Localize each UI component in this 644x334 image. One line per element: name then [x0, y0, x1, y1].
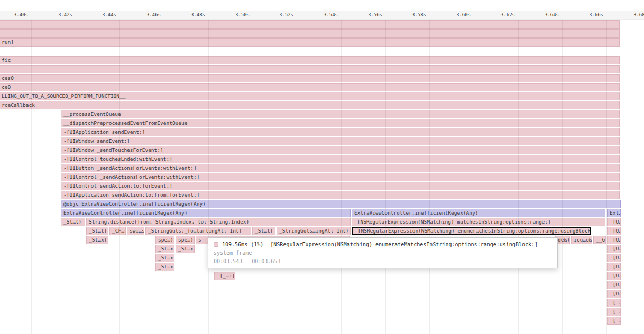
- tick-label: 3.48s: [178, 12, 205, 17]
- tick-label: 3.68s: [620, 12, 644, 17]
- frame-color-swatch-icon: [214, 242, 218, 247]
- gridline: [31, 20, 32, 334]
- time-profiler-flame-chart-view: run]ficces0ce0LLING_OUT_TO_A_SOURCE0_PER…: [0, 0, 644, 334]
- tick-label: 3.58s: [399, 12, 426, 17]
- gridline: [297, 20, 297, 334]
- flame-bar[interactable]: -[UIWindow sendEvent:]: [61, 137, 620, 145]
- gridline: [518, 20, 519, 334]
- flame-bar[interactable]: -[_…:]: [607, 308, 621, 316]
- tooltip-header: 109.56ms (1%) -[NSRegularExpression(NSMa…: [214, 242, 552, 247]
- flame-bar[interactable]: spe…)): [155, 236, 174, 244]
- gridline: [562, 20, 563, 334]
- tick-label: 3.54s: [310, 12, 338, 17]
- tick-label: 3.42s: [45, 12, 72, 17]
- tick-label: 3.50s: [222, 12, 250, 17]
- flame-bar[interactable]: __6…le: [593, 236, 606, 244]
- flame-bar[interactable]: __dispatchPreprocessedEventFromEventQueu…: [61, 119, 620, 127]
- flame-bar[interactable]: String.distance(from: String.Index, to: …: [86, 218, 351, 226]
- flame-bar[interactable]: __processEventQueue: [61, 110, 620, 118]
- gridline: [606, 20, 607, 334]
- flame-bar-selected[interactable]: -[NSRegularExpression(NSMatching) enumer…: [352, 227, 591, 235]
- hover-tooltip: 109.56ms (1%) -[NSRegularExpression(NSMa…: [208, 237, 558, 268]
- flame-bar[interactable]: -[UIControl sendAction:to:forEvent:]: [61, 182, 620, 190]
- flame-bar[interactable]: rceCallback: [0, 101, 620, 109]
- tick-label: 3.60s: [443, 12, 471, 17]
- gridline: [429, 20, 430, 334]
- tick-label: 3.52s: [266, 12, 293, 17]
- flame-bar[interactable]: -[U…r]: [607, 290, 621, 298]
- gridline: [385, 20, 386, 334]
- flame-bar[interactable]: run]: [0, 38, 620, 47]
- gridline: [76, 20, 76, 334]
- flame-bar[interactable]: ce0: [0, 83, 620, 91]
- tick-label: 3.66s: [576, 12, 603, 17]
- flame-bar[interactable]: -[UIApplication sendEvent:]: [61, 128, 620, 136]
- flame-bar[interactable]: ExtraViewController.inefficientRegex(Any…: [61, 209, 351, 217]
- gridline: [164, 20, 164, 334]
- gridline: [119, 20, 120, 334]
- flame-bar[interactable]: -[U…r]: [607, 272, 621, 280]
- flame-bar[interactable]: _St…x): [155, 263, 174, 271]
- flame-bar[interactable]: [0, 65, 620, 73]
- flame-bar[interactable]: _St…x): [155, 254, 174, 262]
- flame-bar[interactable]: [0, 20, 620, 29]
- flame-bar[interactable]: -[UIApplication sendAction:to:from:forEv…: [61, 191, 620, 199]
- flame-bar[interactable]: Ext…): [607, 209, 621, 217]
- flame-bar[interactable]: _St…t): [252, 227, 275, 235]
- flame-bar[interactable]: _StringGuts…ingAt: Int): [277, 227, 351, 235]
- flame-bar[interactable]: _St…x): [86, 236, 108, 244]
- tooltip-frame-kind: system frame: [214, 250, 552, 256]
- flame-bar[interactable]: -[UIButton _sendActionsForEvents:withEve…: [61, 164, 620, 172]
- tick-label: 3.46s: [133, 12, 161, 17]
- flame-chart: run]ficces0ce0LLING_OUT_TO_A_SOURCE0_PER…: [0, 0, 644, 334]
- flame-bar[interactable]: -[_…:]: [214, 272, 235, 280]
- gridline: [341, 20, 342, 334]
- gridline: [474, 20, 474, 334]
- flame-bar[interactable]: _St…t): [86, 227, 108, 235]
- tooltip-duration: 109.56ms (1%): [222, 242, 263, 247]
- flame-bar[interactable]: icu…e&): [571, 236, 592, 244]
- flame-bar[interactable]: _St…t): [61, 218, 85, 226]
- flame-bar[interactable]: swi…se: [127, 227, 144, 235]
- flame-bar[interactable]: ExtraViewController.inefficientRegex(Any…: [352, 209, 605, 217]
- flame-bar[interactable]: -[U…:]: [607, 227, 621, 235]
- flame-bar[interactable]: -[_…:]: [607, 317, 621, 325]
- flame-bar[interactable]: -[U…:]: [607, 245, 621, 253]
- flame-bar[interactable]: ces0: [0, 74, 620, 82]
- timeline-ruler[interactable]: 3.40s3.42s3.44s3.46s3.48s3.50s3.52s3.54s…: [0, 11, 644, 20]
- tick-label: 3.40s: [1, 12, 28, 17]
- tick-label: 3.62s: [487, 12, 515, 17]
- flame-bar[interactable]: -[U…:]: [607, 263, 621, 271]
- flame-bar[interactable]: _StringGuts._fo…tartingAt: Int): [145, 227, 251, 235]
- flame-bar[interactable]: -[U…:]: [607, 236, 621, 244]
- flame-bar[interactable]: LLING_OUT_TO_A_SOURCE0_PERFORM_FUNCTION_…: [0, 92, 620, 100]
- tooltip-symbol: -[NSRegularExpression(NSMatching) enumer…: [267, 242, 538, 247]
- flame-bar[interactable]: -[UIControl _sendActionsForEvents:withEv…: [61, 173, 620, 181]
- flame-bar[interactable]: -[U…:]: [607, 218, 621, 226]
- flame-bar[interactable]: _St…x): [176, 245, 195, 253]
- flame-bar[interactable]: -[UIWindow _sendTouchesForEvent:]: [61, 146, 620, 154]
- flame-bar[interactable]: fic: [0, 56, 620, 64]
- flame-bar[interactable]: [0, 29, 620, 38]
- flame-bar[interactable]: _CF…se: [109, 227, 126, 235]
- gridline: [253, 20, 253, 334]
- tick-label: 3.44s: [89, 12, 116, 17]
- flame-bar[interactable]: -[_…:]: [607, 299, 621, 307]
- flame-bar[interactable]: -[UIControl touchesEnded:withEvent:]: [61, 155, 620, 163]
- flame-bar[interactable]: -[U…:]: [607, 254, 621, 262]
- tick-label: 3.56s: [355, 12, 382, 17]
- flame-bar[interactable]: _St…x): [155, 245, 174, 253]
- tick-label: 3.64s: [531, 12, 559, 17]
- flame-bar[interactable]: spe…)): [176, 236, 195, 244]
- flame-bar[interactable]: -[U…d]: [607, 281, 621, 289]
- flame-bar[interactable]: -[NSRegularExpression(NSMatching) matche…: [352, 218, 605, 226]
- gridline: [208, 20, 209, 334]
- tooltip-time-range: 00:03.543 — 00:03.653: [214, 258, 552, 264]
